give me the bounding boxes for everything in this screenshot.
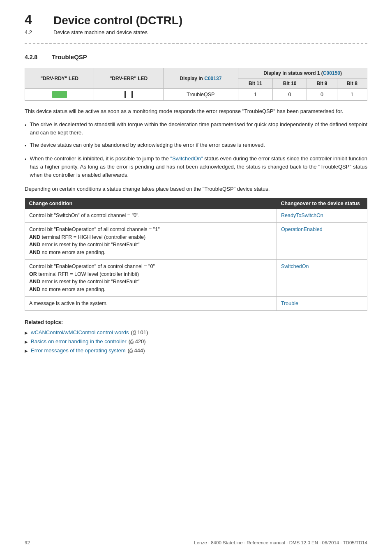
related-link-3[interactable]: Error messages of the operating system (31, 347, 126, 354)
bullet-dot-3: • (25, 155, 27, 179)
bullet-item-2: • The device status can only be abandone… (25, 141, 367, 150)
col-bit8: Bit 8 (337, 79, 367, 89)
related-link-2[interactable]: Basics on error handling in the controll… (31, 338, 127, 345)
arrow-icon-1: ▶ (25, 331, 28, 335)
related-link-1[interactable]: wCANControl/wMCIControl control words (31, 329, 129, 335)
led-err-cell (94, 89, 163, 101)
col-drv-err: "DRV-ERR" LED (94, 68, 163, 89)
switched-on-link[interactable]: "SwitchedOn" (170, 155, 203, 162)
change-table: Change condition Changeover to the devic… (25, 198, 367, 311)
bullet-item-1: • The drive is decelerated to standstill… (25, 120, 367, 137)
list-item: ▶ Basics on error handling in the contro… (25, 338, 367, 345)
col-status-word: Display in status word 1 (C00150) (238, 68, 367, 79)
condition-cell-2: Control bit "EnableOperation" of all con… (25, 222, 277, 259)
bit10-cell: 0 (272, 89, 307, 101)
c00150-link[interactable]: C00150 (323, 70, 340, 76)
changeover-cell-4: Trouble (277, 296, 367, 310)
change-table-col2-header: Changeover to the device status (277, 198, 367, 209)
section-divider (25, 43, 367, 44)
page-number: 92 (25, 540, 30, 545)
section-number: 4.2.8 (25, 54, 45, 60)
led-pulse-indicator (125, 91, 133, 98)
arrow-icon-3: ▶ (25, 349, 28, 353)
operation-enabled-link[interactable]: OperationEnabled (281, 227, 323, 232)
led-green-indicator (52, 91, 67, 98)
bullet-text-3: When the controller is inhibited, it is … (30, 155, 367, 179)
chapter-sub-number: 4.2 (25, 29, 41, 35)
bullet-dot-1: • (25, 121, 27, 137)
bullet-list: • The drive is decelerated to standstill… (25, 120, 367, 179)
table-row: A message is active in the system. Troub… (25, 296, 367, 310)
related-page-3: (⎙ 444) (128, 347, 145, 354)
condition-cell-3: Control bit "EnableOperation" of a contr… (25, 259, 277, 296)
chapter-title: Device control (DCTRL) (53, 14, 182, 27)
bullet-text-1: The drive is decelerated to standstill w… (30, 120, 367, 137)
page-footer: 92 Lenze · 8400 StateLine · Reference ma… (0, 540, 392, 545)
arrow-icon-2: ▶ (25, 340, 28, 344)
bit8-cell: 1 (337, 89, 367, 101)
change-table-col1-header: Change condition (25, 198, 277, 209)
chapter-number: 4 (25, 12, 41, 28)
bullet-item-3: • When the controller is inhibited, it i… (25, 155, 367, 179)
led-rdy-cell (25, 89, 94, 101)
bit9-cell: 0 (307, 89, 337, 101)
chapter-sub-title: Device state machine and device states (53, 29, 148, 35)
list-item: ▶ Error messages of the operating system… (25, 347, 367, 354)
col-bit11: Bit 11 (238, 79, 273, 89)
section-title: TroubleQSP (52, 53, 87, 60)
condition-cell-1: Control bit "SwitchOn" of a control chan… (25, 209, 277, 222)
bullet-text-2: The device status can only be abandoned … (30, 141, 265, 150)
table-row: Control bit "EnableOperation" of a contr… (25, 259, 367, 296)
related-topics-heading: Related topics: (25, 319, 367, 325)
conclusion-text: Depending on certain conditions a status… (25, 185, 367, 193)
table-row: Control bit "SwitchOn" of a control chan… (25, 209, 367, 222)
related-page-2: (⎙ 420) (129, 338, 146, 345)
footer-copyright: Lenze · 8400 StateLine · Reference manua… (194, 540, 367, 545)
col-drv-rdy: "DRV-RDY" LED (25, 68, 94, 89)
bullet-dot-2: • (25, 142, 27, 150)
col-bit9: Bit 9 (307, 79, 337, 89)
changeover-cell-3: SwitchedOn (277, 259, 367, 296)
switched-on-table-link[interactable]: SwitchedOn (281, 264, 309, 269)
changeover-cell-2: OperationEnabled (277, 222, 367, 259)
list-item: ▶ wCANControl/wMCIControl control words … (25, 329, 367, 335)
bit11-cell: 1 (238, 89, 273, 101)
condition-cell-4: A message is active in the system. (25, 296, 277, 310)
related-topics-list: ▶ wCANControl/wMCIControl control words … (25, 329, 367, 354)
trouble-link[interactable]: Trouble (281, 301, 298, 306)
ready-to-switchon-link[interactable]: ReadyToSwitchOn (281, 213, 323, 218)
display-cell: TroubleQSP (163, 89, 238, 101)
c00137-link[interactable]: C00137 (204, 76, 221, 81)
body-paragraph-1: This device status will be active as soo… (25, 107, 367, 116)
table-row: Control bit "EnableOperation" of all con… (25, 222, 367, 259)
status-table: "DRV-RDY" LED "DRV-ERR" LED Display in C… (25, 68, 367, 101)
related-page-1: (⎙ 101) (131, 329, 148, 335)
changeover-cell-1: ReadyToSwitchOn (277, 209, 367, 222)
col-display: Display in C00137 (163, 68, 238, 89)
col-bit10: Bit 10 (272, 79, 307, 89)
